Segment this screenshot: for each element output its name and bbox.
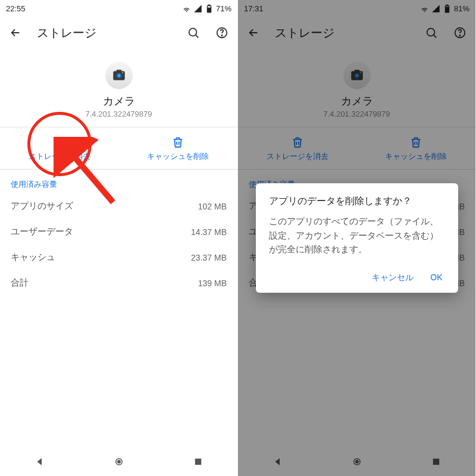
row-label: ユーザーデータ <box>11 226 73 237</box>
section-label: 使用済み容量 <box>0 170 237 193</box>
ok-button[interactable]: OK <box>430 273 442 283</box>
row-value: 102 MB <box>198 202 227 211</box>
dialog-scrim[interactable]: アプリのデータを削除しますか？ このアプリのすべてのデータ（ファイル、設定、アカ… <box>238 0 475 476</box>
svg-rect-1 <box>208 5 210 5</box>
row-cache: キャッシュ 23.37 MB <box>0 245 237 270</box>
svg-rect-9 <box>116 70 121 71</box>
app-header: カメラ 7.4.201.322479879 <box>0 49 237 127</box>
row-value: 23.37 MB <box>191 253 227 262</box>
dialog-body: このアプリのすべてのデータ（ファイル、設定、アカウント、データベースを含む）が完… <box>269 215 445 258</box>
trash-icon <box>171 136 184 149</box>
row-value: 139 MB <box>198 278 227 288</box>
cancel-button[interactable]: キャンセル <box>372 273 414 283</box>
clear-cache-button[interactable]: キャッシュを削除 <box>119 127 238 169</box>
svg-rect-2 <box>208 8 211 12</box>
clear-cache-label: キャッシュを削除 <box>147 151 209 162</box>
app-name: カメラ <box>103 94 135 108</box>
screen-right: 17:31 81% ストレージ カメラ 7.4.201.322479879 スト <box>238 0 476 476</box>
clear-storage-button[interactable]: ストレージを消去 <box>0 127 119 169</box>
toolbar: ストレージ <box>0 17 237 49</box>
row-label: キャッシュ <box>11 252 55 263</box>
battery-icon <box>205 4 214 13</box>
wifi-icon <box>182 4 191 13</box>
screen-left: 22:55 71% ストレージ カメラ 7.4.201.322479879 スト <box>0 0 238 476</box>
status-time: 22:55 <box>6 4 26 13</box>
back-icon[interactable] <box>8 26 23 40</box>
trash-icon <box>53 136 66 149</box>
svg-point-8 <box>117 74 120 77</box>
confirm-dialog: アプリのデータを削除しますか？ このアプリのすべてのデータ（ファイル、設定、アカ… <box>256 183 458 293</box>
svg-point-10 <box>121 72 123 73</box>
row-app-size: アプリのサイズ 102 MB <box>0 193 237 219</box>
clear-storage-label: ストレージを消去 <box>29 151 90 162</box>
row-label: 合計 <box>11 277 29 289</box>
actions-row: ストレージを消去 キャッシュを削除 <box>0 127 237 169</box>
status-bar: 22:55 71% <box>0 0 237 17</box>
svg-point-12 <box>117 461 120 464</box>
app-version: 7.4.201.322479879 <box>85 109 152 118</box>
status-right: 71% <box>182 4 231 13</box>
page-title: ストレージ <box>37 25 172 41</box>
search-icon[interactable] <box>186 26 201 40</box>
app-icon <box>106 62 132 88</box>
nav-recent-icon[interactable] <box>193 456 203 467</box>
nav-home-icon[interactable] <box>114 456 124 467</box>
svg-rect-13 <box>195 459 201 465</box>
dialog-actions: キャンセル OK <box>269 269 445 287</box>
status-battery: 71% <box>216 4 231 13</box>
signal-icon <box>193 4 202 13</box>
svg-point-3 <box>189 29 197 36</box>
dialog-title: アプリのデータを削除しますか？ <box>269 195 445 208</box>
row-value: 14.37 MB <box>191 227 227 237</box>
svg-point-5 <box>221 35 222 36</box>
row-total: 合計 139 MB <box>0 270 237 296</box>
nav-back-icon[interactable] <box>35 456 45 467</box>
row-user-data: ユーザーデータ 14.37 MB <box>0 219 237 245</box>
help-icon[interactable] <box>215 26 229 40</box>
row-label: アプリのサイズ <box>11 201 73 212</box>
system-navbar <box>0 450 237 476</box>
